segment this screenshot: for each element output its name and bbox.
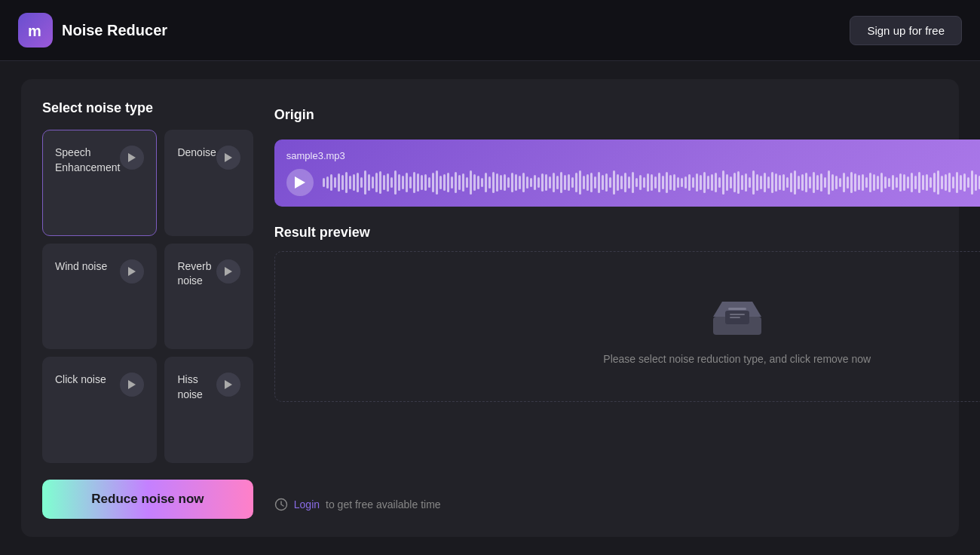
clock-icon [274,498,288,511]
result-title: Result preview [274,225,980,241]
noise-card-label: Click noise [55,373,106,388]
svg-marker-1 [128,153,136,162]
origin-title: Origin [274,107,314,123]
play-denoise[interactable] [216,146,240,170]
svg-marker-5 [128,380,136,389]
svg-marker-4 [225,267,232,276]
play-icon [295,176,305,189]
play-click-noise[interactable] [120,373,144,397]
svg-text:m: m [28,23,41,39]
audio-play-button[interactable] [286,169,314,196]
noise-card-label: Denoise [177,146,216,161]
noise-card-denoise[interactable]: Denoise [164,130,253,236]
login-suffix: to get free available time [326,498,441,511]
svg-rect-10 [728,308,746,310]
noise-card-reverb-noise[interactable]: Reverb noise [164,244,253,350]
noise-card-label: SpeechEnhancement [55,146,120,175]
app-logo: m [18,13,53,48]
noise-type-title: Select noise type [42,100,253,116]
result-preview-area: Please select noise reduction type, and … [274,251,980,402]
noise-card-label: Wind noise [55,259,107,274]
noise-card-wind-noise[interactable]: Wind noise [42,244,157,350]
waveform [323,169,980,196]
audio-filename: sample3.mp3 [286,150,345,161]
result-hint-text: Please select noise reduction type, and … [603,353,871,365]
svg-marker-8 [295,176,305,189]
svg-marker-6 [225,380,232,389]
audio-player: sample3.mp3 00:01:45 [274,140,980,207]
footer-login-text: Login to get free available time [274,498,441,511]
play-wind-noise[interactable] [120,259,144,284]
footer-row: Login to get free available time [274,490,980,519]
noise-card-click-noise[interactable]: Click noise [42,357,157,463]
play-hiss-noise[interactable] [216,373,240,397]
left-panel: Select noise type SpeechEnhancement Deno… [42,100,253,519]
noise-card-label: Hiss noise [177,373,216,402]
play-reverb-noise[interactable] [216,259,240,284]
app-header: m Noise Reducer Sign up for free [0,0,980,61]
login-link[interactable]: Login [294,498,320,511]
svg-rect-12 [730,314,745,315]
noise-card-label: Reverb noise [177,259,216,289]
audio-controls [286,169,980,196]
audio-info: sample3.mp3 00:01:45 [286,150,980,161]
play-speech-enhancement[interactable] [120,146,144,170]
svg-marker-2 [225,153,232,162]
svg-rect-13 [730,317,740,318]
inbox-icon [707,288,767,341]
header-left: m Noise Reducer [18,13,167,48]
svg-marker-3 [128,267,136,276]
noise-card-speech-enhancement[interactable]: SpeechEnhancement [42,130,157,236]
signup-button[interactable]: Sign up for free [850,16,962,45]
main-content: Select noise type SpeechEnhancement Deno… [0,61,980,555]
right-panel: Origin Upload new [274,100,980,519]
noise-card-hiss-noise[interactable]: Hiss noise [164,357,253,463]
result-section: Result preview Ple [274,225,980,478]
content-panel: Select noise type SpeechEnhancement Deno… [21,79,959,537]
noise-types-grid: SpeechEnhancement Denoise Wind noise [42,130,253,463]
app-title: Noise Reducer [62,22,167,39]
origin-header: Origin Upload new [274,100,980,129]
reduce-noise-button[interactable]: Reduce noise now [42,480,253,519]
